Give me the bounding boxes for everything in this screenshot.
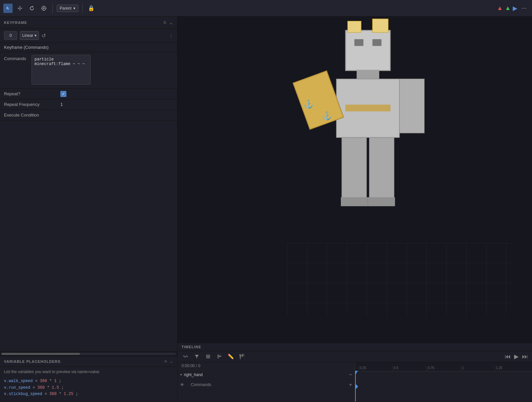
timeline-title: TIMELINE xyxy=(182,345,201,349)
3d-viewport[interactable]: ⚓ ⚓ xyxy=(178,17,532,343)
parent-label: Parent xyxy=(60,6,71,11)
svg-rect-8 xyxy=(346,31,390,70)
var-line-3: v.stickbug_speed = 360 * 1.25 ; xyxy=(4,391,173,397)
anchor-icon-1: ⚓ xyxy=(304,100,314,109)
repeat-row: Repeat? ✓ xyxy=(0,89,177,99)
scrollbar-thumb xyxy=(1,353,80,355)
repeat-checkbox[interactable]: ✓ xyxy=(60,91,66,97)
keyframe-more-icon[interactable]: ⋮ xyxy=(169,33,173,38)
timeline-body: 0:00:00 / 0 ▾ right_hand − 👁 Commands + xyxy=(178,362,532,402)
ruler-mark-125: 1.25 xyxy=(494,366,529,371)
svg-rect-29 xyxy=(217,358,219,358)
repeat-label: Repeat? xyxy=(4,91,60,96)
track-eye-icon[interactable]: 👁 xyxy=(180,382,184,387)
track-name-commands: Commands xyxy=(186,382,211,387)
commands-textarea[interactable]: particle minecraft:flame ~ ~ ~ xyxy=(32,55,91,85)
timeline-right: 0.25 0.5 0.75 1 1.25 xyxy=(355,362,532,402)
tl-sort-icon[interactable] xyxy=(215,353,223,361)
svg-rect-23 xyxy=(368,197,395,206)
tl-pencil-icon[interactable]: ✏️ xyxy=(227,353,235,361)
toolbar-sep-2 xyxy=(82,3,83,13)
svg-rect-12 xyxy=(372,19,388,33)
panel-spacer xyxy=(0,121,177,351)
keyframe-controls: Linear ▾ ↺ ⋮ xyxy=(0,29,177,43)
repeat-freq-label: Repeat Frequency xyxy=(4,102,60,107)
svg-rect-19 xyxy=(400,79,424,133)
var-line-2: v.run_speed = 360 * 1.5 ; xyxy=(4,385,173,391)
timeline-playback-controls: ⏮ ▶ ⏭ xyxy=(505,353,528,360)
more-options-icon[interactable]: ⋯ xyxy=(519,4,529,13)
red-triangle-icon[interactable]: ▲ xyxy=(497,5,503,12)
var-code-block: v.walk_speed = 360 * 1 ; v.run_speed = 3… xyxy=(0,377,177,399)
timeline-toolbar: ✏️ 🏴 ⏮ ▶ ⏭ xyxy=(178,351,532,362)
svg-rect-28 xyxy=(217,356,221,357)
refresh-tool-icon[interactable] xyxy=(27,4,37,13)
header-icons: ≡ ⌄ xyxy=(163,19,173,26)
track-add-btn[interactable]: + xyxy=(349,382,352,388)
track-area xyxy=(355,371,532,401)
anchor-icon-2: ⚓ xyxy=(322,111,332,121)
var-chevron-icon[interactable]: ⌄ xyxy=(170,359,173,364)
svg-rect-13 xyxy=(357,70,379,79)
move-tool-icon[interactable] xyxy=(15,4,25,13)
tl-wave-icon[interactable] xyxy=(182,353,190,361)
svg-point-1 xyxy=(43,8,44,9)
linear-label: Linear xyxy=(22,33,33,38)
svg-rect-25 xyxy=(206,356,210,357)
tl-flag-icon[interactable]: 🏴 xyxy=(238,353,246,361)
cursor-tool-icon[interactable] xyxy=(3,4,13,13)
toolbar-right: ▲ ▲ ▶ ⋯ xyxy=(497,4,529,13)
lock-icon[interactable]: 🔒 xyxy=(87,4,96,13)
target-tool-icon[interactable] xyxy=(39,4,48,13)
svg-rect-24 xyxy=(206,355,210,356)
svg-point-0 xyxy=(42,6,46,10)
tl-filter-icon[interactable] xyxy=(193,353,201,361)
timeline-panel: TIMELINE xyxy=(178,343,532,402)
tl-play-icon[interactable]: ▶ xyxy=(514,353,519,360)
main-area: KEYFRAME ≡ ⌄ Linear ▾ ↺ ⋮ Keyframe (Comm… xyxy=(0,17,532,402)
keyframe-section-label: Keyframe (Commands) xyxy=(0,43,177,52)
timeline-tracks-left: 0:00:00 / 0 ▾ right_hand − 👁 Commands + xyxy=(178,362,355,402)
chevron-down-icon[interactable]: ⌄ xyxy=(169,19,173,26)
blue-play-icon[interactable]: ▶ xyxy=(513,5,517,12)
scrollbar-area[interactable] xyxy=(0,351,177,356)
ruler-mark-025: 0.25 xyxy=(358,366,393,371)
linear-chevron-icon: ▾ xyxy=(35,33,37,38)
variable-placeholders-section: VARIABLE PLACEHOLDERS ≡ ⌄ List the varia… xyxy=(0,356,177,402)
svg-rect-6 xyxy=(287,243,513,316)
linear-dropdown[interactable]: Linear ▾ xyxy=(20,31,39,40)
var-line-1: v.walk_speed = 360 * 1 ; xyxy=(4,378,173,384)
svg-rect-20 xyxy=(342,137,367,201)
var-description: List the variables you want to preview v… xyxy=(0,367,177,377)
track-expand-icon[interactable]: ▾ xyxy=(180,373,182,376)
svg-rect-10 xyxy=(372,39,381,46)
parent-dropdown[interactable]: Parent ▾ xyxy=(57,5,78,12)
tl-list-icon[interactable] xyxy=(204,353,212,361)
reset-icon[interactable]: ↺ xyxy=(41,33,46,39)
svg-rect-11 xyxy=(347,21,361,33)
track-collapse-btn[interactable]: − xyxy=(349,372,352,378)
keyframe-title: KEYFRAME xyxy=(4,21,27,25)
svg-rect-21 xyxy=(369,137,394,201)
viewport-grid xyxy=(287,243,513,316)
track-name-right-hand: right_hand xyxy=(184,372,203,377)
scrollbar-track xyxy=(1,353,176,355)
playhead-line xyxy=(355,371,356,401)
keyframe-number-input[interactable] xyxy=(4,31,17,40)
left-panel: KEYFRAME ≡ ⌄ Linear ▾ ↺ ⋮ Keyframe (Comm… xyxy=(0,17,178,402)
timeline-header: TIMELINE xyxy=(178,343,532,351)
keyframe-header: KEYFRAME ≡ ⌄ xyxy=(0,17,177,29)
tl-skip-end-icon[interactable]: ⏭ xyxy=(522,353,528,360)
track-area-commands xyxy=(355,381,532,391)
var-placeholders-title: VARIABLE PLACEHOLDERS xyxy=(4,360,61,363)
hamburger-icon[interactable]: ≡ xyxy=(163,20,166,26)
playhead-triangle xyxy=(355,371,358,375)
track-row-right-hand: ▾ right_hand − xyxy=(178,370,355,380)
time-display: 0:00:00 / 0 xyxy=(178,362,355,370)
execute-condition-row: Execute Condition xyxy=(0,110,177,121)
tl-skip-start-icon[interactable]: ⏮ xyxy=(505,353,511,360)
green-triangle-icon[interactable]: ▲ xyxy=(505,5,511,12)
character-model xyxy=(251,17,476,242)
var-placeholders-header: VARIABLE PLACEHOLDERS ≡ ⌄ xyxy=(0,356,177,367)
var-hamburger-icon[interactable]: ≡ xyxy=(164,359,167,364)
